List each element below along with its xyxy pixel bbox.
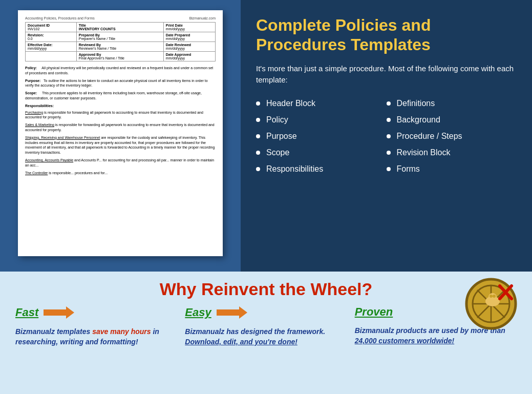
date-approved-label: Date Approved	[166, 53, 191, 56]
bullet-icon	[256, 118, 260, 122]
feature-procedure: Procedure / Steps	[387, 128, 517, 144]
easy-heading-row: Easy	[185, 305, 339, 323]
date-approved-val: mm/dd/yyyy	[166, 56, 185, 60]
doc-header-left: Accounting Policies, Procedures and Form…	[25, 16, 95, 20]
scope-para: Scope: This procedure applies to all inv…	[25, 91, 216, 101]
proven-heading: Proven	[355, 305, 393, 319]
easy-col: Easy Bizmanualz has designed the framewo…	[177, 305, 347, 386]
right-content: Complete Policies and Procedures Templat…	[241, 0, 532, 272]
feature-responsibilities: Responsibilities	[256, 161, 387, 177]
print-date-val: mm/dd/yyyy	[166, 27, 185, 31]
print-date-label: Print Date	[166, 24, 183, 27]
feature-background: Background	[387, 112, 517, 128]
doc-header-right: Bizmanualz.com	[189, 16, 216, 20]
main-title: Complete Policies and Procedures Templat…	[256, 15, 517, 55]
feature-scope: Scope	[256, 144, 387, 161]
bullet-icon	[256, 151, 260, 155]
features-left-col: Header Block Policy Purpose Scope	[256, 95, 387, 177]
feature-revision-block: Revision Block	[387, 144, 517, 161]
bullet-icon	[256, 101, 260, 106]
main-container: Accounting Policies, Procedures and Form…	[0, 0, 532, 394]
fast-heading: Fast	[15, 306, 38, 319]
date-reviewed-label: Date Reviewed	[166, 43, 191, 47]
top-section: Accounting Policies, Procedures and Form…	[0, 0, 532, 272]
bullet-icon	[387, 118, 391, 122]
feature-forms: Forms	[387, 161, 517, 177]
arrow1-icon	[44, 305, 74, 320]
bullet-icon	[256, 134, 260, 138]
resp-controller: The Controller is responsible... procedu…	[25, 171, 216, 176]
svg-point-8	[488, 293, 497, 301]
bottom-section: Why Reinvent the Wheel? Fast Bizmanualz …	[0, 272, 532, 394]
bullet-icon	[387, 134, 391, 138]
svg-marker-13	[44, 306, 74, 319]
bullet-icon	[387, 167, 391, 171]
prepared-by-val: Preparer's Name / Title	[79, 37, 115, 40]
doc-id-val: INV102	[28, 27, 39, 31]
bullet-icon	[387, 151, 391, 155]
purpose-para: Purpose: To outline the actions to be ta…	[25, 78, 216, 89]
eff-date-val: mm/dd/yyyy	[28, 47, 47, 50]
doc-header-line: Accounting Policies, Procedures and Form…	[25, 16, 216, 20]
doc-id-label: Document ID	[28, 24, 50, 27]
feature-policy: Policy	[256, 112, 387, 128]
easy-desc: Bizmanualz has designed the framework. D…	[185, 327, 339, 347]
wheel-illustration	[463, 276, 519, 334]
easy-heading: Easy	[185, 306, 211, 319]
fast-desc: Bizmanualz templates save many hours in …	[15, 327, 169, 347]
fast-col: Fast Bizmanualz templates save many hour…	[15, 305, 177, 386]
date-prepared-val: mm/dd/yyyy	[166, 37, 185, 40]
resp-accounting: Accounting, Accounts Payable and Account…	[25, 158, 216, 168]
resp-shipping: Shipping, Receiving and Warehouse Person…	[25, 135, 216, 155]
prepared-by-label: Prepared By	[79, 33, 100, 37]
approved-by-label: Approved By	[79, 53, 101, 56]
svg-point-10	[493, 295, 496, 298]
doc-body: Policy: All physical inventory will be p…	[25, 66, 216, 175]
arrow2-icon	[217, 305, 247, 320]
wheel-svg	[463, 276, 519, 332]
revision-val: 0.0	[28, 37, 33, 40]
why-title: Why Reinvent the Wheel?	[15, 279, 517, 299]
doc-preview: Accounting Policies, Procedures and Form…	[0, 0, 241, 272]
date-reviewed-val: mm/dd/yyyy	[166, 47, 185, 50]
bullet-icon	[256, 167, 260, 171]
doc-title-val: INVENTORY COUNTS	[79, 27, 116, 31]
svg-marker-14	[217, 306, 247, 319]
bottom-features-row: Fast Bizmanualz templates save many hour…	[15, 305, 517, 386]
doc-info-table: Document IDINV102 TitleINVENTORY COUNTS …	[25, 22, 216, 61]
reviewed-by-label: Reviewed By	[79, 43, 101, 47]
svg-point-9	[490, 295, 493, 298]
date-prepared-label: Date Prepared	[166, 33, 190, 37]
eff-date-label: Effective Date:	[28, 43, 53, 47]
features-right-col: Definitions Background Procedure / Steps…	[387, 95, 517, 177]
subtitle: It's more than just a simple procedure. …	[256, 63, 517, 86]
policy-para: Policy: All physical inventory will be p…	[25, 66, 216, 76]
doc-title-label: Title	[79, 24, 86, 27]
fast-heading-row: Fast	[15, 305, 169, 323]
reviewed-by-val: Reviewer's Name / Title	[79, 47, 116, 50]
bullet-icon	[387, 101, 391, 106]
feature-definitions: Definitions	[387, 95, 517, 112]
resp-sales: Sales & Marketing is responsible for for…	[25, 122, 216, 133]
approved-by-val: Final Approver's Name / Title	[79, 56, 124, 60]
feature-header-block: Header Block	[256, 95, 387, 112]
resp-purchasing: Purchasing is responsible for forwarding…	[25, 110, 216, 120]
feature-purpose: Purpose	[256, 128, 387, 144]
features-grid: Header Block Policy Purpose Scope	[256, 95, 517, 177]
doc-paper: Accounting Policies, Procedures and Form…	[18, 10, 223, 256]
resp-title: Responsibilities:	[25, 103, 216, 109]
revision-label: Revision:	[28, 33, 44, 37]
